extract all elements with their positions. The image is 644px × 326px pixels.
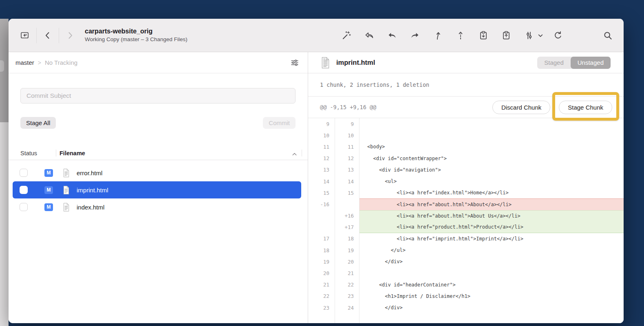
old-line-number: 22 bbox=[308, 291, 335, 302]
branch-name[interactable]: master bbox=[15, 59, 34, 66]
diff-line-context[interactable]: 1313 <div id="navigation"> bbox=[308, 164, 624, 176]
diff-file-header: imprint.html Staged Unstaged bbox=[308, 52, 624, 73]
merge-icon[interactable] bbox=[432, 30, 443, 41]
stage-checkbox[interactable] bbox=[20, 203, 28, 211]
diff-line-context[interactable]: 2021 bbox=[308, 267, 624, 279]
diff-line-context[interactable]: 1414 <ul> bbox=[308, 176, 624, 187]
diff-line-context[interactable]: 2122 <div id="headerContainer"> bbox=[308, 279, 624, 291]
toolbar-separator bbox=[36, 28, 37, 43]
old-line-number bbox=[308, 210, 335, 222]
back-button[interactable] bbox=[43, 30, 53, 41]
code-text: <div id="headerContainer"> bbox=[359, 279, 624, 291]
code-text: <li><a href="index.html">Home</a></li> bbox=[359, 187, 624, 198]
diff-line-context[interactable]: 1515 <li><a href="index.html">Home</a></… bbox=[308, 187, 624, 198]
new-line-number: 23 bbox=[335, 291, 359, 302]
fetch-icon[interactable] bbox=[364, 30, 375, 41]
diff-line-context[interactable]: 1212 <div id="contentWrapper"> bbox=[308, 153, 624, 164]
file-document-icon bbox=[62, 168, 70, 178]
actions-icon[interactable] bbox=[524, 30, 540, 41]
file-row-error.html[interactable]: Merror.html bbox=[13, 164, 301, 181]
file-name: imprint.html bbox=[77, 187, 108, 194]
old-line-number: 21 bbox=[308, 279, 335, 291]
code-text: </div> bbox=[359, 302, 624, 313]
code-text: <li><a href="imprint.html">Imprint</a></… bbox=[359, 233, 624, 244]
file-document-icon bbox=[62, 185, 70, 195]
repo-title: carparts-website_orig bbox=[85, 27, 187, 35]
file-row-index.html[interactable]: Mindex.html bbox=[13, 198, 301, 216]
diff-panel: imprint.html Staged Unstaged 1 chunk, 2 … bbox=[308, 52, 624, 323]
refresh-icon[interactable] bbox=[553, 30, 563, 41]
main-toolbar: carparts-website_orig Working Copy (mast… bbox=[9, 19, 624, 52]
file-document-icon bbox=[320, 57, 331, 69]
new-line-number: 22 bbox=[335, 279, 359, 291]
diff-line-context[interactable]: 1819 </ul> bbox=[308, 244, 624, 256]
diff-line-context[interactable]: 1010 bbox=[308, 130, 624, 141]
old-line-number: 15 bbox=[308, 187, 335, 198]
tracking-status[interactable]: No Tracking bbox=[45, 59, 77, 66]
new-line-number: +17 bbox=[335, 222, 359, 233]
commit-area: Stage All Commit bbox=[9, 73, 308, 129]
sort-ascending-icon[interactable] bbox=[291, 151, 298, 155]
modified-status-badge: M bbox=[44, 203, 53, 211]
new-line-number: +16 bbox=[335, 210, 359, 222]
discard-chunk-button[interactable]: Discard Chunk bbox=[492, 101, 550, 114]
status-column-header[interactable]: Status bbox=[20, 150, 56, 156]
diff-line-context[interactable]: 1920 </div> bbox=[308, 256, 624, 267]
gutter-divider bbox=[335, 118, 335, 323]
code-text: <li><a href="product.html">Product</a></… bbox=[359, 222, 624, 233]
repo-title-block: carparts-website_orig Working Copy (mast… bbox=[85, 27, 187, 43]
diff-line-addition[interactable]: +16 <li><a href="about.html">About Us</a… bbox=[308, 210, 624, 222]
code-text: <h1>Imprint / Disclaimer</h1> bbox=[359, 291, 624, 302]
chevron-down-icon bbox=[535, 30, 540, 41]
filename-column-header[interactable]: Filename bbox=[60, 150, 85, 156]
staged-unstaged-toggle: Staged Unstaged bbox=[537, 57, 611, 69]
stash-icon[interactable] bbox=[478, 30, 489, 41]
new-line-number: 21 bbox=[335, 267, 359, 279]
repository-icon[interactable] bbox=[19, 30, 30, 41]
diff-line-context[interactable]: 2324 </div> bbox=[308, 302, 624, 313]
stage-checkbox[interactable] bbox=[20, 169, 28, 177]
commit-button[interactable]: Commit bbox=[263, 117, 296, 129]
wand-icon[interactable] bbox=[341, 30, 352, 41]
code-text: <li><a href="about.html">About Us</a></l… bbox=[359, 210, 624, 222]
diff-line-addition[interactable]: +17 <li><a href="product.html">Product</… bbox=[308, 222, 624, 233]
git-client-window: carparts-website_orig Working Copy (mast… bbox=[9, 19, 624, 323]
diff-line-context[interactable]: 1718 <li><a href="imprint.html">Imprint<… bbox=[308, 233, 624, 244]
stage-all-button[interactable]: Stage All bbox=[20, 117, 56, 129]
code-text: <li><a href="about.html">About</a></li> bbox=[359, 198, 624, 210]
new-line-number: 13 bbox=[335, 164, 359, 176]
repo-subtitle: Working Copy (master – 3 Changed Files) bbox=[85, 36, 187, 43]
diff-line-deletion[interactable]: -16 <li><a href="about.html">About</a></… bbox=[308, 198, 624, 210]
apply-stash-icon[interactable] bbox=[501, 30, 512, 41]
column-divider bbox=[302, 150, 302, 156]
new-line-number bbox=[335, 198, 359, 210]
modified-status-badge: M bbox=[44, 169, 53, 177]
working-copy-panel: master > No Tracking Stage All Commit St… bbox=[9, 52, 308, 323]
file-row-imprint.html[interactable]: Mimprint.html bbox=[13, 181, 301, 198]
code-text: <div id="contentWrapper"> bbox=[359, 153, 624, 164]
new-line-number: 10 bbox=[335, 130, 359, 141]
new-line-number: 18 bbox=[335, 233, 359, 244]
search-icon[interactable] bbox=[602, 30, 613, 41]
old-line-number: 23 bbox=[308, 302, 335, 313]
diff-summary: 1 chunk, 2 insertions, 1 deletion bbox=[308, 73, 624, 97]
new-line-number: 11 bbox=[335, 141, 359, 152]
old-line-number: -16 bbox=[308, 198, 335, 210]
forward-button[interactable] bbox=[65, 30, 75, 41]
diff-line-context[interactable]: 2223 <h1>Imprint / Disclaimer</h1> bbox=[308, 291, 624, 302]
stage-checkbox[interactable] bbox=[20, 186, 28, 194]
push-icon[interactable] bbox=[410, 30, 420, 41]
new-line-number: 24 bbox=[335, 302, 359, 313]
commit-subject-input[interactable] bbox=[20, 88, 296, 104]
staged-tab[interactable]: Staged bbox=[537, 57, 571, 69]
diff-line-context[interactable]: 99 bbox=[308, 118, 624, 130]
pull-icon[interactable] bbox=[387, 30, 397, 41]
filter-options-icon[interactable] bbox=[290, 58, 300, 68]
old-line-number bbox=[308, 222, 335, 233]
stage-chunk-button[interactable]: Stage Chunk bbox=[559, 101, 612, 114]
diff-line-context[interactable]: 1111<body> bbox=[308, 141, 624, 152]
unstaged-tab[interactable]: Unstaged bbox=[571, 57, 611, 69]
hunk-range: @@ -9,15 +9,16 @@ bbox=[320, 104, 376, 110]
diff-filename: imprint.html bbox=[336, 59, 375, 66]
rebase-icon[interactable] bbox=[455, 30, 466, 41]
